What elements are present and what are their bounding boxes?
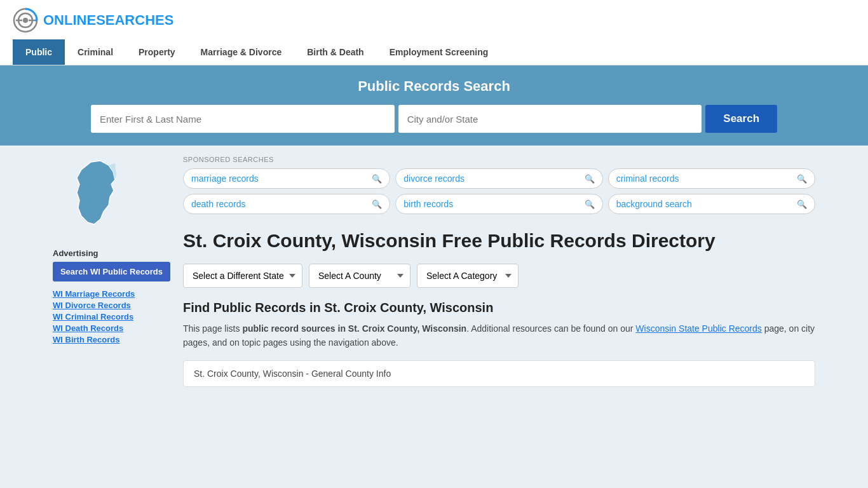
location-input[interactable] (398, 105, 702, 133)
sponsored-label: SPONSORED SEARCHES (183, 156, 815, 163)
wisconsin-map-svg (53, 156, 135, 238)
name-input[interactable] (91, 105, 395, 133)
sidebar-link-1[interactable]: WI Divorce Records (53, 301, 170, 310)
search-tag-3[interactable]: death records 🔍 (183, 194, 390, 214)
nav-marriage-divorce[interactable]: Marriage & Divorce (188, 39, 295, 65)
search-tag-icon-5: 🔍 (797, 200, 807, 209)
search-tag-icon-2: 🔍 (797, 174, 807, 184)
search-form: Search (91, 105, 777, 133)
main-container: Advertising Search WI Public Records WI … (40, 146, 828, 397)
logo-icon (13, 8, 38, 33)
category-dropdown[interactable]: Select A Category (417, 264, 519, 288)
search-tag-4[interactable]: birth records 🔍 (395, 194, 602, 214)
nav-criminal[interactable]: Criminal (65, 39, 126, 65)
sidebar-links: WI Marriage Records WI Divorce Records W… (53, 289, 170, 344)
svg-marker-5 (34, 18, 37, 22)
county-info-header: St. Croix County, Wisconsin - General Co… (194, 369, 391, 379)
search-button[interactable]: Search (705, 105, 777, 133)
sidebar-link-4[interactable]: WI Birth Records (53, 335, 170, 344)
search-tags: marriage records 🔍 divorce records 🔍 cri… (183, 168, 815, 214)
sidebar-link-0[interactable]: WI Marriage Records (53, 289, 170, 299)
nav-property[interactable]: Property (126, 39, 188, 65)
wi-public-records-link[interactable]: Wisconsin State Public Records (635, 323, 761, 334)
sidebar-ad-label: Advertising (53, 248, 170, 258)
site-header: ONLINESEARCHES Public Criminal Property … (0, 0, 868, 65)
nav-public[interactable]: Public (13, 39, 65, 65)
search-tag-icon-3: 🔍 (372, 200, 382, 209)
dropdowns: Select a Different State Select A County… (183, 264, 815, 288)
search-tag-0[interactable]: marriage records 🔍 (183, 168, 390, 189)
county-dropdown[interactable]: Select A County (309, 264, 410, 288)
search-tag-icon-4: 🔍 (585, 200, 595, 209)
search-tag-5[interactable]: background search 🔍 (608, 194, 815, 214)
search-banner-title: Public Records Search (13, 78, 855, 95)
nav-employment[interactable]: Employment Screening (377, 39, 501, 65)
find-records-text: This page lists public record sources in… (183, 322, 815, 350)
state-map (53, 156, 135, 238)
sidebar-ad-button[interactable]: Search WI Public Records (53, 262, 170, 281)
nav-birth-death[interactable]: Birth & Death (294, 39, 376, 65)
county-info-box: St. Croix County, Wisconsin - General Co… (183, 360, 815, 387)
page-title: St. Croix County, Wisconsin Free Public … (183, 229, 815, 252)
header-top: ONLINESEARCHES (13, 8, 855, 33)
logo-text: ONLINESEARCHES (43, 12, 173, 29)
svg-point-2 (23, 18, 28, 23)
search-tag-icon-1: 🔍 (585, 174, 595, 184)
state-dropdown[interactable]: Select a Different State (183, 264, 302, 288)
search-tag-1[interactable]: divorce records 🔍 (395, 168, 602, 189)
content-area: SPONSORED SEARCHES marriage records 🔍 di… (183, 156, 815, 387)
main-nav: Public Criminal Property Marriage & Divo… (13, 39, 855, 65)
sidebar: Advertising Search WI Public Records WI … (53, 156, 170, 387)
logo[interactable]: ONLINESEARCHES (13, 8, 173, 33)
search-tag-2[interactable]: criminal records 🔍 (608, 168, 815, 189)
sidebar-link-3[interactable]: WI Death Records (53, 323, 170, 333)
find-records-title: Find Public Records in St. Croix County,… (183, 301, 815, 315)
search-banner: Public Records Search Search (0, 65, 868, 146)
search-tag-icon-0: 🔍 (372, 174, 382, 184)
sidebar-link-2[interactable]: WI Criminal Records (53, 312, 170, 322)
